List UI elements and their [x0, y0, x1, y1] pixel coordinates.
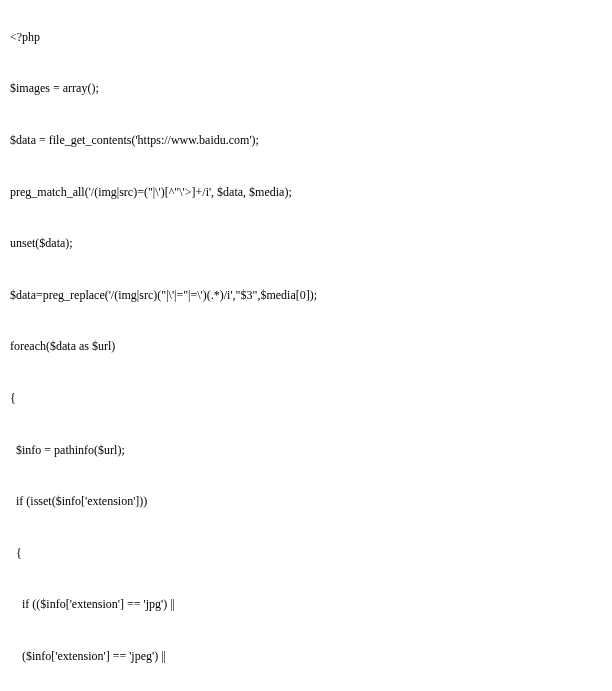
code-line: <?php	[10, 29, 602, 46]
code-line: $images = array();	[10, 80, 602, 97]
code-line: foreach($data as $url)	[10, 338, 602, 355]
php-code-block: <?php $images = array(); $data = file_ge…	[10, 12, 602, 691]
code-line: $data = file_get_contents('https://www.b…	[10, 132, 602, 149]
code-line: unset($data);	[10, 235, 602, 252]
code-line: {	[10, 390, 602, 407]
code-line: if (($info['extension'] == 'jpg') ||	[10, 596, 602, 613]
code-line: ($info['extension'] == 'jpeg') ||	[10, 648, 602, 665]
code-line: if (isset($info['extension']))	[10, 493, 602, 510]
code-line: preg_match_all('/(img|src)=("|\')[^"\'>]…	[10, 184, 602, 201]
code-line: $data=preg_replace('/(img|src)("|\'|="|=…	[10, 287, 602, 304]
code-line: $info = pathinfo($url);	[10, 442, 602, 459]
code-line: {	[10, 545, 602, 562]
